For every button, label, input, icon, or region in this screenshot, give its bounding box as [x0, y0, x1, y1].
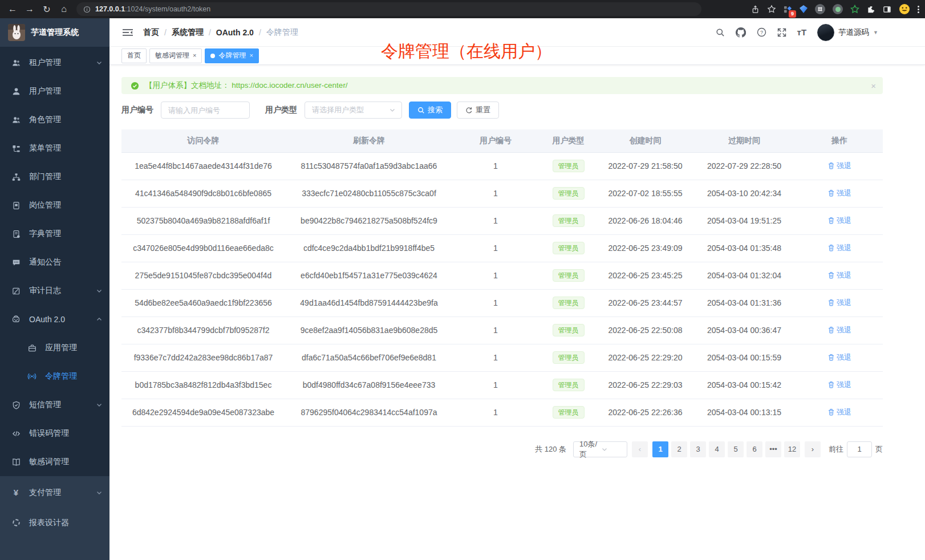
- sidebar-item[interactable]: 租户管理: [0, 48, 109, 77]
- trash-icon: [827, 271, 835, 279]
- help-icon[interactable]: ?: [757, 27, 766, 37]
- record-extension-icon[interactable]: [833, 4, 843, 14]
- sidebar-item[interactable]: OAuth 2.0: [0, 305, 109, 334]
- annotation-text: 令牌管理（在线用户）: [381, 40, 552, 63]
- user-icon: [11, 87, 21, 96]
- force-logout-button[interactable]: 强退: [827, 407, 851, 417]
- bookmark-star-icon[interactable]: [767, 5, 776, 14]
- share-icon[interactable]: [751, 5, 760, 14]
- breadcrumb-item[interactable]: 令牌管理 /: [266, 27, 298, 38]
- sidebar-item[interactable]: 通知公告: [0, 248, 109, 277]
- force-logout-button[interactable]: 强退: [827, 216, 851, 226]
- edit-icon: [11, 287, 21, 295]
- gem-extension-icon[interactable]: [800, 5, 808, 13]
- extension-grid-icon[interactable]: 9: [784, 5, 792, 14]
- font-size-icon[interactable]: тT: [797, 27, 807, 37]
- chevdown-icon: [96, 489, 103, 496]
- reload-button[interactable]: ↻: [40, 2, 54, 16]
- page-button[interactable]: 5: [728, 441, 744, 457]
- user-id-cell: 1: [453, 344, 538, 371]
- sidebar-item[interactable]: 应用管理: [0, 334, 109, 362]
- search-button[interactable]: 搜索: [409, 102, 451, 119]
- force-logout-button[interactable]: 强退: [827, 270, 851, 281]
- app-logo-row[interactable]: 芋道管理系统: [0, 18, 109, 47]
- force-logout-button[interactable]: 强退: [827, 352, 851, 363]
- chevron-down-icon: ▼: [873, 30, 878, 35]
- sidebar-item[interactable]: 审计日志: [0, 277, 109, 305]
- force-logout-button[interactable]: 强退: [827, 161, 851, 171]
- close-icon[interactable]: ×: [193, 52, 196, 59]
- table-row: 502375b8040a469a9b82188afdf6af1f be90422…: [121, 207, 883, 234]
- user-type-select[interactable]: 请选择用户类型: [305, 102, 402, 119]
- user-menu[interactable]: 芋道源码 ▼: [817, 24, 878, 41]
- github-icon[interactable]: [736, 27, 746, 38]
- sidebar-item[interactable]: 令牌管理: [0, 362, 109, 391]
- trash-icon: [827, 408, 835, 416]
- access-token-cell: 41c41346a548490f9dc8b01c6bfe0865: [121, 180, 285, 207]
- side-panel-icon[interactable]: [883, 5, 891, 14]
- sidebar-item[interactable]: 错误码管理: [0, 419, 109, 448]
- sidebar-item[interactable]: 敏感词管理: [0, 448, 109, 476]
- breadcrumb-item[interactable]: 首页 /: [143, 27, 172, 38]
- next-page-button[interactable]: ›: [805, 441, 821, 457]
- table-row: f9336e7c7dd242a283ee98dc86b17a87 dfa6c71…: [121, 344, 883, 371]
- column-header: 过期时间: [692, 129, 796, 152]
- force-logout-button[interactable]: 强退: [827, 298, 851, 308]
- doc-link[interactable]: https://doc.iocoder.cn/user-center/: [232, 81, 347, 90]
- reset-button[interactable]: 重置: [457, 102, 499, 119]
- sidebar-item[interactable]: 字典管理: [0, 220, 109, 248]
- prev-page-button[interactable]: ‹: [632, 441, 648, 457]
- sidebar-menu-bottom: ¥ 支付管理 报表设计器: [0, 476, 109, 560]
- force-logout-button[interactable]: 强退: [827, 325, 851, 335]
- force-logout-button[interactable]: 强退: [827, 380, 851, 390]
- home-button[interactable]: ⌂: [57, 2, 71, 16]
- extension-badge: 9: [789, 10, 796, 18]
- sidebar-item[interactable]: 菜单管理: [0, 134, 109, 163]
- command-extension-icon[interactable]: [815, 4, 825, 14]
- sidebar-item[interactable]: 岗位管理: [0, 191, 109, 220]
- page-button[interactable]: 3: [690, 441, 706, 457]
- page-button[interactable]: 6: [747, 441, 762, 457]
- back-button[interactable]: ←: [6, 2, 19, 16]
- page-button[interactable]: •••: [765, 441, 781, 457]
- refresh-token-cell: cdfc4ce9c2da4bb1bdf21b9918ff4be5: [285, 234, 453, 262]
- sidebar-item[interactable]: 报表设计器: [0, 508, 109, 538]
- page-button[interactable]: 12: [784, 441, 800, 457]
- sidebar-collapse-icon[interactable]: [118, 28, 137, 37]
- created-time-cell: 2022-06-25 23:49:09: [598, 234, 692, 262]
- fullscreen-icon[interactable]: [777, 28, 786, 37]
- sidebar-menu: 租户管理 用户管理 角色管理 菜单管理: [0, 47, 109, 476]
- site-info-icon[interactable]: [83, 6, 91, 13]
- alert-close-icon[interactable]: ×: [871, 81, 876, 91]
- refresh-token-cell: 333ecfc71e02480cb11055c875c3ca0f: [285, 180, 453, 207]
- view-tab[interactable]: 首页: [121, 48, 147, 63]
- sidebar-item[interactable]: 短信管理: [0, 391, 109, 419]
- view-tab[interactable]: 令牌管理 ×: [205, 48, 258, 63]
- page-size-select[interactable]: 10条/页: [573, 441, 627, 457]
- sidebar-item[interactable]: 用户管理: [0, 77, 109, 105]
- emoji-profile-icon[interactable]: [899, 3, 910, 15]
- goto-page-input[interactable]: [847, 441, 872, 457]
- sidebar-item[interactable]: 角色管理: [0, 105, 109, 134]
- star-extension-icon[interactable]: [850, 5, 859, 14]
- breadcrumb-item[interactable]: OAuth 2.0 /: [216, 28, 266, 37]
- forward-button[interactable]: →: [23, 2, 36, 16]
- sidebar-item-label: 报表设计器: [29, 518, 69, 528]
- page-button[interactable]: 1: [652, 441, 668, 457]
- avatar: [817, 24, 834, 41]
- breadcrumb-item[interactable]: 系统管理 /: [172, 27, 216, 38]
- force-logout-button[interactable]: 强退: [827, 243, 851, 253]
- browser-menu-icon[interactable]: [918, 6, 919, 13]
- created-time-cell: 2022-06-25 22:29:20: [598, 344, 692, 371]
- user-id-input[interactable]: [161, 102, 250, 119]
- sidebar-item[interactable]: 部门管理: [0, 163, 109, 191]
- address-bar[interactable]: 127.0.0.1:1024/system/oauth2/token: [76, 2, 701, 16]
- close-icon[interactable]: ×: [249, 52, 253, 59]
- page-button[interactable]: 2: [671, 441, 687, 457]
- search-icon[interactable]: [716, 28, 725, 37]
- puzzle-extension-icon[interactable]: [867, 5, 875, 14]
- page-button[interactable]: 4: [709, 441, 725, 457]
- force-logout-button[interactable]: 强退: [827, 188, 851, 198]
- sidebar-item[interactable]: ¥ 支付管理: [0, 477, 109, 508]
- view-tab[interactable]: 敏感词管理 ×: [149, 48, 202, 63]
